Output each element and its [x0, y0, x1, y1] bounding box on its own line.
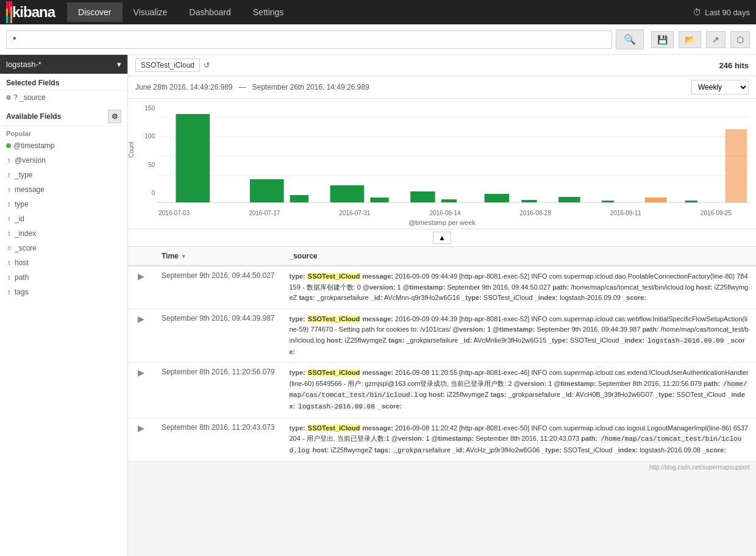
search-button[interactable]: 🔍 — [616, 29, 644, 49]
watermark: http://blog.csdn.net/supermapsupport — [128, 462, 756, 473]
share-button[interactable]: ↗ — [706, 31, 726, 48]
chart-x-title: @timestamp per week — [134, 219, 750, 229]
field-host-name: host — [15, 258, 29, 267]
score-hash-icon: # — [6, 244, 12, 252]
time-cell-2: September 9th 2016, 09:44:39.987 — [154, 308, 282, 362]
bar-7 — [410, 191, 435, 202]
refresh-icon[interactable]: ↺ — [204, 61, 210, 70]
results-table: Time ▼ _source ▶ September 9th 2016, 09:… — [128, 247, 756, 462]
export-button[interactable]: ⬡ — [730, 31, 750, 48]
time-end[interactable]: September 26th 2016, 14:49:26.989 — [252, 83, 369, 91]
field-id-name: _id — [15, 215, 24, 223]
collapse-chart-btn: ▲ — [128, 229, 756, 247]
field-version-name: @version — [15, 156, 46, 165]
time-range-label: Last 90 days — [705, 8, 750, 17]
hits-count: 246 hits — [719, 61, 749, 70]
field-timestamp[interactable]: @timestamp — [0, 138, 127, 153]
load-button[interactable]: 📂 — [679, 31, 701, 48]
x-label-4: 2016-08-14 — [429, 210, 460, 216]
y-label-100: 100 — [144, 133, 155, 140]
host-type-icon: t — [6, 259, 12, 266]
main-layout: logstash-* ▾ Selected Fields ? _source A… — [0, 55, 756, 556]
timestamp-icon — [6, 143, 11, 148]
chart-y-axis-label: Count — [128, 141, 135, 158]
bar-last — [726, 129, 747, 202]
collapse-button[interactable]: ▲ — [433, 232, 451, 244]
field-score[interactable]: # _score — [0, 241, 127, 255]
source-field[interactable]: ? _source — [0, 90, 127, 105]
interval-select: Auto Millisecond Second Minute Hourly Da… — [691, 80, 749, 94]
expand-row-3[interactable]: ▶ — [135, 368, 147, 377]
search-bar: 🔍 💾 📂 ↗ ⬡ — [0, 24, 756, 55]
fields-gear-button[interactable]: ⚙ — [108, 110, 121, 123]
index-type-icon: t — [6, 230, 12, 237]
bar-14 — [685, 201, 697, 202]
time-cell-3: September 8th 2016, 11:20:56.079 — [154, 363, 282, 418]
message-type-icon: t — [6, 186, 12, 193]
save-button[interactable]: 💾 — [651, 31, 674, 48]
chart-x-labels: 2016-07-03 2016-07-17 2016-07-31 2016-08… — [134, 208, 750, 219]
nav-dashboard[interactable]: Dashboard — [178, 2, 242, 22]
interval-dropdown[interactable]: Auto Millisecond Second Minute Hourly Da… — [691, 80, 749, 94]
svg-rect-2 — [6, 16, 8, 23]
path-type-icon: t — [6, 274, 12, 281]
chart-area: 150 100 50 0 Count — [128, 99, 756, 229]
field-type-name: type — [15, 200, 29, 208]
nav-settings[interactable]: Settings — [242, 2, 295, 22]
index-name: logstash-* — [6, 60, 41, 69]
field-id[interactable]: t _id — [0, 212, 127, 226]
bar-12 — [602, 201, 614, 202]
col-time-header[interactable]: Time ▼ — [154, 247, 282, 266]
field-path[interactable]: t path — [0, 270, 127, 285]
source-cell-2: type: SSOTest_iCloud message: 2016-09-09… — [282, 308, 756, 362]
source-cell-1: type: SSOTest_iCloud message: 2016-09-09… — [282, 266, 756, 308]
field-version[interactable]: t @version — [0, 153, 127, 168]
time-start[interactable]: June 28th 2016, 14:49:26.989 — [135, 83, 232, 91]
selected-fields-title: Selected Fields — [0, 74, 127, 90]
svg-rect-3 — [9, 1, 10, 12]
time-range-display[interactable]: ⏱ Last 90 days — [693, 7, 750, 17]
bar-11 — [558, 197, 580, 202]
table-row: ▶ September 8th 2016, 11:20:43.073 type:… — [128, 418, 756, 462]
index-filter: SSOTest_iCloud ↺ — [135, 59, 210, 72]
svg-rect-0 — [6, 1, 8, 9]
time-cell-4: September 8th 2016, 11:20:43.073 — [154, 418, 282, 462]
field-path-name: path — [15, 273, 29, 282]
bar-5 — [330, 185, 365, 202]
popular-label: Popular — [0, 126, 127, 138]
nav-discover[interactable]: Discover — [67, 2, 122, 22]
available-fields-title: Available Fields — [6, 112, 61, 121]
field-type[interactable]: t type — [0, 197, 127, 212]
clock-icon: ⏱ — [693, 7, 701, 17]
table-row: ▶ September 9th 2016, 09:44:39.987 type:… — [128, 308, 756, 362]
bar-13 — [645, 198, 666, 202]
field-score-name: _score — [15, 244, 37, 252]
expand-row-1[interactable]: ▶ — [135, 271, 147, 281]
content-header: SSOTest_iCloud ↺ 246 hits — [128, 55, 756, 76]
source-cell-3: type: SSOTest_iCloud message: 2016-09-08… — [282, 363, 756, 418]
field-message-name: message — [15, 185, 45, 194]
search-input[interactable] — [6, 30, 612, 49]
x-label-5: 2016-08-28 — [520, 210, 551, 216]
time-cell-1: September 9th 2016, 09:44:50.027 — [154, 266, 282, 308]
col-expand — [128, 247, 154, 266]
x-label-6: 2016-09-11 — [610, 210, 641, 216]
logo-text: kibana — [12, 4, 55, 21]
field-message[interactable]: t message — [0, 182, 127, 197]
field-type-sys-name: _type — [15, 171, 32, 179]
col-source-header: _source — [282, 247, 756, 266]
expand-row-2[interactable]: ▶ — [135, 314, 147, 324]
field-type-sys[interactable]: t _type — [0, 168, 127, 182]
expand-row-4[interactable]: ▶ — [135, 423, 147, 433]
field-host[interactable]: t host — [0, 255, 127, 270]
svg-rect-4 — [9, 12, 10, 23]
sidebar-index[interactable]: logstash-* ▾ — [0, 55, 127, 74]
nav-visualize[interactable]: Visualize — [123, 2, 179, 22]
bar-3 — [250, 179, 284, 202]
source-field-dot — [6, 95, 11, 100]
index-filter-tag[interactable]: SSOTest_iCloud — [135, 59, 200, 72]
field-tags[interactable]: t tags — [0, 285, 127, 299]
field-index[interactable]: t _index — [0, 226, 127, 241]
bar-10 — [521, 200, 537, 202]
bar-9 — [485, 194, 510, 202]
